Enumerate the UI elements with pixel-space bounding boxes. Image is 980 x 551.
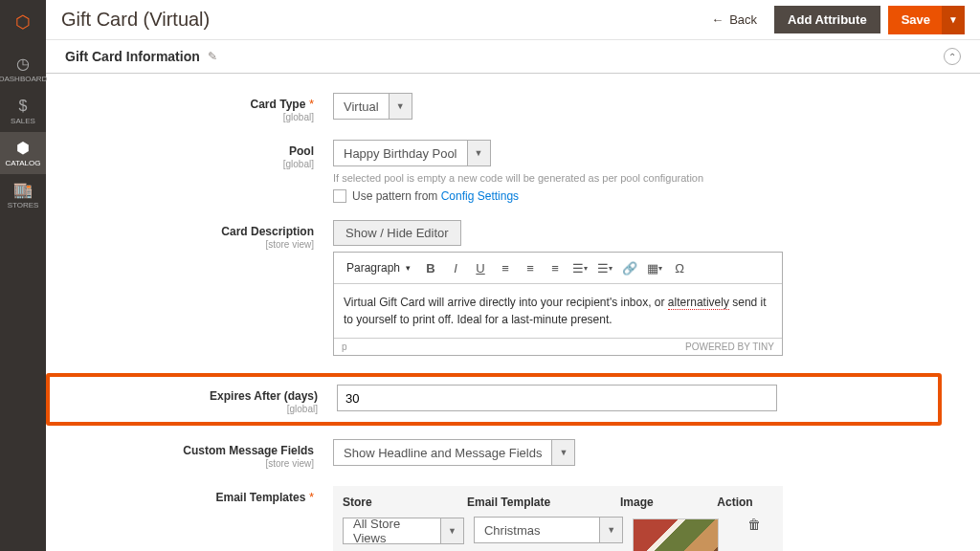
back-button[interactable]: ← Back [702, 7, 767, 33]
th-store: Store [343, 496, 467, 509]
template-row: All Store Views ▼ Christmas ▼ [343, 517, 773, 551]
card-description-label: Card Description [221, 225, 314, 238]
number-list-icon[interactable]: ☰▾ [593, 256, 616, 279]
select-value: Christmas [475, 523, 599, 538]
nav-sales[interactable]: $ SALES [0, 90, 46, 132]
required-asterisk: * [309, 97, 314, 111]
required-asterisk: * [309, 490, 314, 504]
email-template-select[interactable]: Christmas ▼ [474, 517, 623, 543]
email-templates-label: Email Templates [215, 491, 305, 504]
save-button[interactable]: Save ▼ [888, 6, 965, 34]
powered-by: POWERED BY TINY [685, 342, 774, 352]
scope-global: [global] [46, 112, 314, 122]
trash-icon[interactable]: 🗑 [747, 517, 761, 532]
pool-label: Pool [289, 144, 314, 158]
table-icon[interactable]: ▦▾ [643, 256, 666, 279]
magento-logo-icon: ⬡ [9, 8, 37, 36]
checkbox-label: Use pattern from Config Settings [352, 189, 519, 203]
dollar-icon: $ [19, 98, 28, 115]
show-hide-editor-button[interactable]: Show / Hide Editor [333, 220, 461, 246]
nav-label: DASHBOARD [0, 75, 47, 83]
underline-icon[interactable]: U [469, 256, 492, 279]
wysiwyg-editor: Paragraph▾ B I U ≡ ≡ ≡ ☰▾ ☰▾ 🔗 ▦▾ Ω [333, 252, 783, 356]
card-type-select[interactable]: Virtual ▼ [333, 93, 412, 120]
save-label: Save [902, 12, 930, 27]
italic-icon[interactable]: I [444, 256, 467, 279]
section-title: Gift Card Information [65, 49, 200, 64]
card-type-label: Card Type [251, 98, 306, 111]
pool-select[interactable]: Happy Birthday Pool ▼ [333, 140, 491, 166]
chevron-down-icon: ▼ [599, 518, 622, 542]
nav-catalog[interactable]: ⬢ CATALOG [0, 132, 46, 174]
nav-label: STORES [8, 201, 39, 209]
expires-label: Expires After (days) [210, 389, 318, 403]
use-pattern-checkbox[interactable] [333, 189, 346, 203]
scope-storeview: [store view] [46, 239, 314, 250]
chevron-down-icon: ▼ [440, 518, 463, 543]
special-char-icon[interactable]: Ω [668, 256, 691, 279]
custom-msg-select[interactable]: Show Headline and Message Fields ▼ [333, 439, 575, 466]
template-image-thumbnail[interactable]: 🗑 [633, 518, 719, 551]
pencil-icon[interactable]: ✎ [208, 50, 217, 63]
scope-global: [global] [50, 404, 318, 414]
custom-msg-label: Custom Message Fields [183, 444, 314, 457]
paragraph-select[interactable]: Paragraph▾ [340, 257, 417, 278]
storefront-icon: 🏬 [13, 181, 33, 199]
save-dropdown-toggle[interactable]: ▼ [942, 6, 965, 34]
bold-icon[interactable]: B [419, 256, 442, 279]
th-image: Image [620, 496, 716, 509]
scope-global: [global] [46, 159, 314, 169]
th-action: Action [716, 496, 754, 509]
th-template: Email Template [467, 496, 620, 509]
nav-label: SALES [11, 117, 35, 125]
store-select[interactable]: All Store Views ▼ [343, 518, 464, 544]
config-settings-link[interactable]: Config Settings [441, 189, 519, 203]
select-value: Show Headline and Message Fields [334, 446, 551, 460]
back-label: Back [729, 12, 757, 27]
expires-input[interactable] [337, 385, 777, 411]
align-left-icon[interactable]: ≡ [494, 256, 517, 279]
bullet-list-icon[interactable]: ☰▾ [568, 256, 591, 279]
scope-storeview: [store view] [46, 458, 314, 469]
select-value: Happy Birthday Pool [334, 146, 467, 161]
nav-stores[interactable]: 🏬 STORES [0, 174, 46, 216]
editor-content[interactable]: Virtual Gift Card will arrive directly i… [334, 284, 782, 338]
align-center-icon[interactable]: ≡ [519, 256, 542, 279]
nav-label: CATALOG [5, 159, 40, 167]
nav-dashboard[interactable]: ◷ DASHBOARD [0, 48, 46, 90]
package-icon: ⬢ [16, 139, 30, 157]
align-right-icon[interactable]: ≡ [544, 256, 567, 279]
gauge-icon: ◷ [16, 55, 30, 73]
link-icon[interactable]: 🔗 [618, 256, 641, 279]
page-title: Gift Card (Virtual) [61, 9, 702, 31]
chevron-down-icon: ▼ [551, 440, 574, 465]
arrow-left-icon: ← [711, 12, 724, 27]
pool-hint: If selected pool is empty a new code wil… [333, 172, 792, 184]
add-attribute-button[interactable]: Add Attribute [774, 6, 880, 33]
select-value: Virtual [334, 99, 389, 114]
chevron-down-icon: ▼ [467, 141, 490, 165]
chevron-down-icon: ▼ [389, 94, 412, 119]
select-value: All Store Views [344, 517, 440, 545]
collapse-icon[interactable]: ⌃ [944, 48, 961, 65]
